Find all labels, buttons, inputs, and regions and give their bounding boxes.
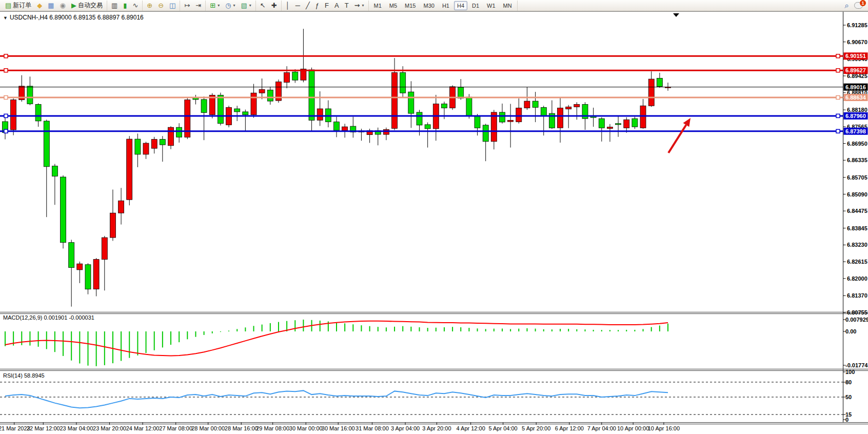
candle-body	[607, 127, 613, 129]
collapse-triangle-icon[interactable]: ▼	[3, 15, 8, 21]
timeframe-d1-button[interactable]: D1	[469, 1, 482, 10]
line-chart-button[interactable]: ∿	[130, 1, 140, 10]
rsi-axis-label: 100	[845, 369, 855, 375]
candle-body	[284, 72, 290, 82]
time-label: 28 Mar 00:00	[191, 425, 225, 431]
search-icon[interactable]: ⌕	[845, 1, 849, 10]
market-depth-icon: ◆	[37, 2, 42, 9]
templates-button-caret-icon[interactable]: ▾	[249, 3, 251, 8]
candle-body	[334, 122, 340, 131]
time-label: 27 Mar 08:00	[159, 425, 192, 431]
price-badge-label: 6.87960	[845, 113, 866, 119]
price-tick-label: 6.80755	[847, 309, 867, 315]
candle-body	[342, 127, 348, 130]
hline-handle[interactable]	[836, 114, 840, 117]
toolbar-group-chart-type: ▥▮∿	[107, 1, 143, 11]
templates-button[interactable]: ▧▾	[239, 1, 253, 10]
candle-body	[11, 100, 16, 130]
bar-chart-button[interactable]: ▥	[109, 1, 120, 10]
price-badge-label: 6.87398	[845, 128, 866, 134]
hline-handle[interactable]	[4, 54, 8, 58]
timeframe-toolbar: M1M5M15M30H1H4D1W1MN	[369, 1, 518, 11]
timeframe-mn-button[interactable]: MN	[500, 1, 515, 10]
trendline-icon: ╱	[306, 2, 310, 9]
price-tick-label: 6.83845	[847, 225, 867, 231]
hline-handle[interactable]	[836, 69, 840, 72]
candle-body	[524, 101, 530, 108]
candle-body	[35, 105, 41, 121]
candle-body	[309, 70, 314, 120]
periods-button[interactable]: ◷▾	[223, 1, 237, 10]
chart-shift-marker-icon[interactable]	[673, 13, 679, 17]
candle-body	[532, 101, 538, 107]
rsi-line	[5, 390, 668, 408]
candle-body	[558, 108, 563, 128]
timeframe-m1-button[interactable]: M1	[371, 1, 385, 10]
candle-body	[458, 87, 464, 98]
trendline-button[interactable]: ╱	[304, 1, 312, 10]
hline-handle[interactable]	[4, 69, 8, 72]
annotation-arrow-shaft[interactable]	[668, 125, 686, 153]
price-chart-canvas[interactable]: 6.912856.906706.900406.894256.888106.881…	[0, 12, 868, 434]
time-label: 23 Mar 20:00	[93, 425, 126, 431]
text-button[interactable]: A	[332, 1, 341, 10]
timeframe-m5-button[interactable]: M5	[386, 1, 400, 10]
timeframe-m15-button[interactable]: M15	[402, 1, 419, 10]
zoom-in-button[interactable]: ⊕	[145, 1, 154, 10]
time-label: 10 Apr 00:00	[617, 425, 649, 431]
indicators-button[interactable]: ⊞▾	[208, 1, 222, 10]
time-label: 30 Mar 16:00	[322, 425, 355, 431]
candle-body	[27, 86, 33, 104]
hline-handle[interactable]	[4, 114, 8, 117]
hline-handle[interactable]	[836, 129, 840, 133]
rsi-indicator-label: RSI(14) 58.8945	[3, 372, 45, 379]
candle-body	[110, 213, 115, 238]
crosshair-button[interactable]: ✚	[269, 1, 279, 10]
toolbar-group-insert: ⊞▾◷▾▧▾	[206, 1, 256, 11]
timeframe-h4-button[interactable]: H4	[454, 1, 467, 10]
candlestick-chart-button[interactable]: ▮	[121, 1, 129, 10]
hline-handle[interactable]	[836, 54, 840, 58]
new-order-button[interactable]: ▤新订单	[3, 0, 33, 11]
price-tick-label: 6.85090	[847, 191, 867, 198]
tile-windows-button[interactable]: ◫	[167, 1, 177, 10]
candle-body	[160, 140, 165, 145]
chat-icon[interactable]: 1	[854, 2, 863, 9]
price-tick-label: 6.82000	[847, 275, 867, 282]
time-label: 3 Apr 04:00	[391, 425, 420, 431]
fibonacci-button[interactable]: F	[323, 1, 331, 10]
autotrading-button[interactable]: ▶自动交易	[69, 0, 105, 11]
autotrading-icon: ▶	[71, 2, 76, 9]
arrows-button-caret-icon[interactable]: ▾	[362, 3, 364, 8]
timeframe-h1-button[interactable]: H1	[439, 1, 452, 10]
time-label: 29 Mar 08:00	[256, 425, 289, 431]
market-depth-button[interactable]: ◆	[35, 1, 44, 10]
candle-body	[632, 119, 638, 127]
horizontal-line-button[interactable]: ─	[293, 1, 302, 10]
candle-body	[516, 108, 522, 122]
arrows-button[interactable]: ⇝▾	[352, 1, 366, 10]
candle-body	[119, 201, 124, 213]
vertical-line-button[interactable]: │	[284, 1, 292, 10]
timeframe-w1-button[interactable]: W1	[484, 1, 499, 10]
timeframe-m30-button[interactable]: M30	[421, 1, 438, 10]
periods-button-caret-icon[interactable]: ▾	[233, 3, 235, 8]
equidistant-channel-button[interactable]: ƒ	[313, 1, 321, 10]
candle-body	[251, 93, 257, 115]
time-label: 5 Apr 04:00	[488, 425, 517, 431]
text-label-button[interactable]: T	[343, 1, 351, 10]
zoom-out-button[interactable]: ⊖	[156, 1, 166, 10]
candle-body	[425, 125, 430, 129]
auto-scroll-button[interactable]: ↦	[182, 1, 192, 10]
rsi-axis-label: 0	[845, 417, 849, 423]
signals-button[interactable]: ◉	[58, 1, 68, 10]
cursor-button[interactable]: ↖	[258, 1, 268, 10]
candle-body	[657, 78, 662, 87]
chart-shift-button[interactable]: ⇥	[193, 1, 203, 10]
indicators-button-caret-icon[interactable]: ▾	[218, 3, 220, 8]
hline-handle[interactable]	[4, 96, 8, 100]
hline-handle[interactable]	[4, 129, 8, 133]
candle-body	[85, 265, 91, 289]
hline-handle[interactable]	[836, 96, 840, 100]
charts-window-button[interactable]: ▦	[46, 1, 56, 10]
